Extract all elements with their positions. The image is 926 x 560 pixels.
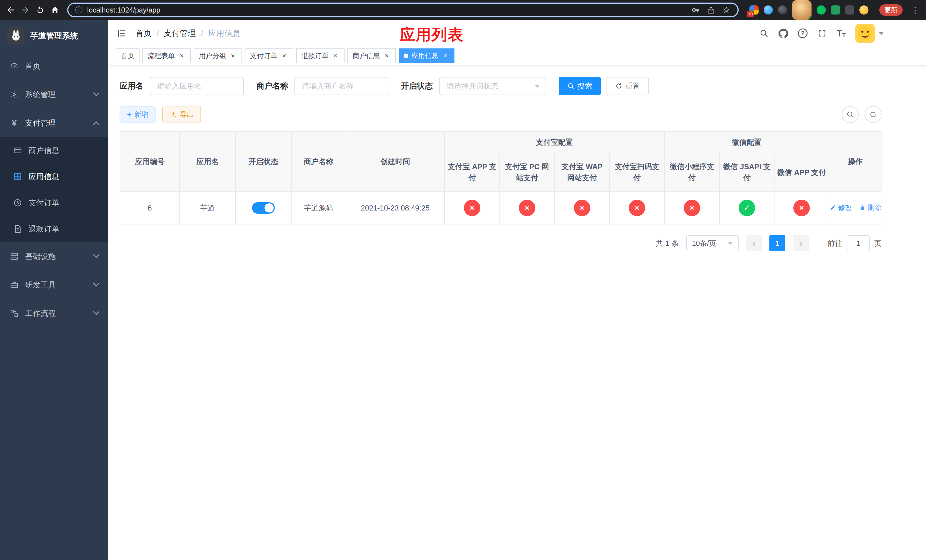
table-toolbar: + 新增 导出 [120, 106, 882, 123]
sidebar-item-label: 基础设施 [25, 251, 56, 262]
search-icon [846, 110, 854, 118]
sidebar-item-refund-orders[interactable]: 退款订单 [0, 216, 108, 242]
app-logo-row[interactable]: 芋道管理系统 [0, 20, 108, 52]
current-page-button[interactable]: 1 [769, 235, 785, 251]
app-name-input[interactable] [150, 77, 244, 95]
extension-icon-7[interactable] [845, 5, 854, 15]
search-button[interactable]: 搜索 [559, 77, 601, 95]
close-icon[interactable]: × [229, 52, 237, 60]
extensions-row: 10 1 [746, 0, 872, 20]
pagination: 共 1 条 10条/页 ‹ 1 › 前往 页 [120, 235, 882, 251]
prev-page-button[interactable]: ‹ [746, 235, 762, 251]
tab-app-info[interactable]: 应用信息 × [399, 48, 454, 63]
close-icon[interactable]: × [331, 52, 339, 60]
sidebar-item-system[interactable]: 系统管理 [0, 80, 108, 109]
breadcrumb-item[interactable]: 支付管理 [164, 28, 196, 39]
reset-button[interactable]: 重置 [607, 77, 649, 95]
next-page-button[interactable]: › [793, 235, 809, 251]
sidebar-menu: 首页 系统管理 ¥ 支付管理 商户信息 应用信息 [0, 52, 108, 328]
chevron-down-icon [879, 32, 884, 35]
status-label: 开启状态 [401, 80, 433, 91]
extension-icon-3[interactable] [778, 5, 787, 15]
extension-icon-1[interactable]: 10 [749, 5, 758, 15]
tab-user-group[interactable]: 用户分组 × [194, 48, 242, 63]
bookmark-star-icon[interactable] [722, 6, 731, 14]
add-button[interactable]: + 新增 [120, 106, 156, 123]
avatar[interactable] [855, 24, 875, 43]
cell-wechat-app: × [774, 192, 829, 224]
site-info-icon[interactable]: ⓘ [75, 6, 83, 14]
tab-label: 用户分组 [199, 51, 226, 61]
table-row: 6 芋道 芋道源码 2021-10-23 08:49:25 × × × × × [120, 192, 882, 224]
column-header-wechat-jsapi: 微信 JSAPI 支付 [720, 153, 774, 192]
sidebar-item-payment[interactable]: ¥ 支付管理 [0, 109, 108, 137]
merchant-name-input[interactable] [294, 77, 388, 95]
page-size-select[interactable]: 10条/页 [686, 235, 738, 251]
chrome-update-button[interactable]: 更新 [879, 4, 903, 16]
close-icon[interactable]: × [280, 52, 288, 60]
refresh-icon [869, 110, 877, 118]
app-frame: 芋道管理系统 首页 系统管理 ¥ 支付管理 商户信息 [0, 20, 926, 560]
breadcrumb-item[interactable]: 首页 [136, 28, 151, 39]
sidebar-item-workflow[interactable]: 工作流程 [0, 299, 108, 328]
extension-icon-4[interactable]: 1 [792, 0, 811, 20]
main-area: 首页 / 支付管理 / 应用信息 应用列表 ? TT [108, 20, 926, 560]
sidebar-item-infrastructure[interactable]: 基础设施 [0, 242, 108, 271]
extension-icon-5[interactable] [817, 5, 826, 15]
cell-wechat-jsapi: ✓ [720, 192, 774, 224]
browser-refresh-icon[interactable] [35, 5, 45, 15]
tab-merchant-info[interactable]: 商户信息 × [347, 48, 396, 63]
close-icon[interactable]: × [383, 52, 391, 60]
browser-home-icon[interactable] [50, 5, 60, 15]
sidebar-item-devtools[interactable]: 研发工具 [0, 271, 108, 299]
sidebar-item-pay-orders[interactable]: 支付订单 [0, 190, 108, 216]
fullscreen-icon[interactable] [817, 29, 827, 38]
status-select[interactable]: 请选择开启状态 [439, 77, 546, 95]
refresh-table-button[interactable] [864, 106, 882, 123]
chevron-down-icon [93, 251, 100, 258]
tab-pay-orders[interactable]: 支付订单 × [245, 48, 293, 63]
sidebar-item-app-info[interactable]: 应用信息 [0, 163, 108, 190]
extension-icon-2[interactable] [764, 5, 773, 15]
sidebar-toggle-icon[interactable] [116, 28, 126, 38]
status-toggle[interactable] [252, 202, 275, 213]
page-content: 应用名 商户名称 开启状态 请选择开启状态 搜索 重置 [108, 65, 926, 560]
chevron-down-icon [728, 242, 733, 245]
chevron-down-icon [93, 280, 100, 286]
github-icon[interactable] [779, 29, 788, 38]
font-size-icon[interactable]: TT [837, 29, 846, 38]
user-menu[interactable] [855, 24, 884, 43]
browser-back-icon[interactable] [6, 5, 15, 15]
sidebar-item-merchant-info[interactable]: 商户信息 [0, 137, 108, 163]
close-icon[interactable]: × [178, 52, 186, 60]
search-icon[interactable] [759, 29, 769, 38]
close-icon[interactable]: × [441, 52, 449, 60]
password-key-icon[interactable] [691, 6, 700, 14]
cell-created: 2021-10-23 08:49:25 [346, 192, 445, 224]
sidebar-item-home[interactable]: 首页 [0, 52, 108, 80]
tab-refund-orders[interactable]: 退款订单 × [296, 48, 345, 63]
trash-icon [859, 204, 866, 211]
address-bar[interactable]: ⓘ localhost:1024/pay/app [67, 3, 738, 17]
sidebar-item-label: 系统管理 [25, 89, 56, 100]
extension-icon-6[interactable] [831, 5, 840, 15]
edit-link[interactable]: 修改 [829, 203, 852, 212]
extension-icon-8[interactable] [859, 5, 869, 15]
show-search-button[interactable] [842, 106, 859, 123]
sidebar-item-label: 研发工具 [25, 280, 56, 290]
share-icon[interactable] [707, 6, 715, 14]
delete-link[interactable]: 删除 [859, 203, 881, 212]
url-text[interactable]: localhost:1024/pay/app [87, 6, 160, 14]
goto-page-input[interactable] [847, 235, 870, 251]
tab-home[interactable]: 首页 [116, 48, 139, 63]
group-header-wechat: 微信配置 [664, 131, 829, 153]
browser-forward-icon[interactable] [21, 5, 30, 15]
search-icon [567, 82, 575, 90]
edit-icon [829, 204, 836, 211]
tab-process-form[interactable]: 流程表单 × [142, 48, 191, 63]
export-button[interactable]: 导出 [162, 106, 201, 123]
sidebar-item-label: 支付管理 [25, 118, 56, 128]
status-select-placeholder: 请选择开启状态 [446, 81, 498, 91]
browser-menu-icon[interactable]: ⋮ [910, 5, 920, 15]
help-icon[interactable]: ? [798, 29, 808, 38]
